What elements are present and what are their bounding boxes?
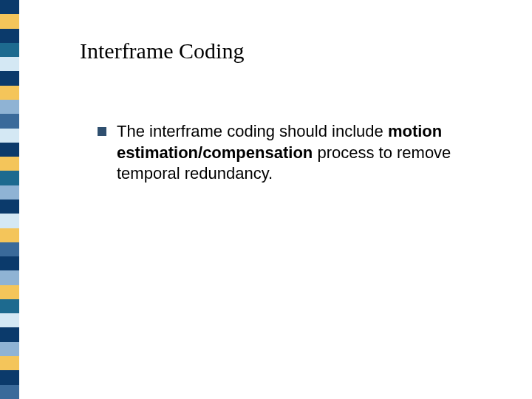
sidebar-segment (0, 171, 19, 185)
sidebar-segment (0, 0, 19, 14)
sidebar-segment (0, 242, 19, 256)
sidebar-segment (0, 228, 19, 242)
bullet-item: The interframe coding should include mot… (98, 121, 502, 185)
sidebar-segment (0, 100, 19, 114)
sidebar-segment (0, 327, 19, 341)
sidebar-segment (0, 29, 19, 43)
sidebar-segment (0, 43, 19, 57)
sidebar-segment (0, 342, 19, 356)
bullet-text: The interframe coding should include mot… (117, 121, 486, 185)
sidebar-segment (0, 129, 19, 143)
square-bullet-icon (98, 127, 106, 136)
sidebar-segment (0, 256, 19, 270)
sidebar-segment (0, 270, 19, 284)
sidebar-segment (0, 71, 19, 85)
sidebar-segment (0, 214, 19, 228)
sidebar-segment (0, 299, 19, 313)
decorative-sidebar (0, 0, 19, 399)
slide-content: Interframe Coding The interframe coding … (80, 38, 502, 185)
slide-title: Interframe Coding (80, 38, 502, 64)
sidebar-segment (0, 285, 19, 299)
sidebar-segment (0, 143, 19, 157)
sidebar-segment (0, 385, 19, 399)
sidebar-segment (0, 157, 19, 171)
sidebar-segment (0, 57, 19, 71)
sidebar-segment (0, 370, 19, 384)
bullet-text-pre: The interframe coding should include (117, 122, 388, 140)
sidebar-segment (0, 14, 19, 28)
sidebar-segment (0, 313, 19, 327)
sidebar-segment (0, 86, 19, 100)
sidebar-segment (0, 356, 19, 370)
sidebar-segment (0, 114, 19, 128)
sidebar-segment (0, 200, 19, 214)
sidebar-segment (0, 185, 19, 200)
